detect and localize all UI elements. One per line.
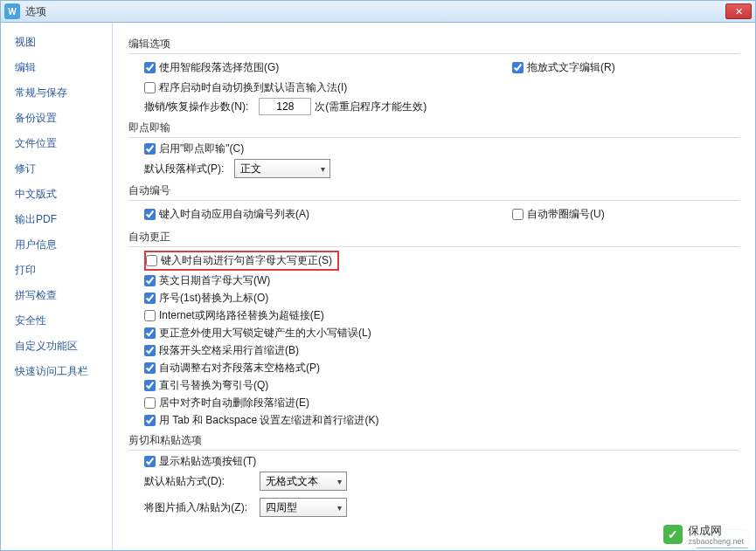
checkbox-capitalize-sentence[interactable] (146, 255, 157, 266)
dropdown-default-paste[interactable]: 无格式文本 (260, 472, 347, 491)
checkbox-center-indent[interactable] (144, 397, 156, 409)
checkbox-first-indent[interactable] (144, 345, 156, 356)
label-capitalize-sentence: 键入时自动进行句首字母大写更正(S) (161, 253, 332, 268)
dropdown-default-style[interactable]: 正文 (234, 159, 330, 178)
window-title: 选项 (25, 4, 725, 19)
label-show-paste-btn: 显示粘贴选项按钮(T) (159, 454, 256, 469)
sidebar-item-spell-check[interactable]: 拼写检查 (1, 283, 112, 308)
label-undo-steps: 撤销/恢复操作步数(N): (144, 100, 248, 114)
checkbox-caps-lock[interactable] (144, 327, 156, 339)
sidebar-item-view[interactable]: 视图 (1, 30, 112, 55)
app-icon: W (4, 3, 20, 19)
label-undo-suffix: 次(需重启程序才能生效) (315, 100, 427, 114)
checkbox-smart-paragraph[interactable] (144, 62, 156, 73)
label-default-paste: 默认粘贴方式(D): (144, 474, 249, 489)
label-caps-lock: 更正意外使用大写锁定键产生的大小写错误(L) (159, 326, 371, 341)
checkbox-show-paste-btn[interactable] (144, 456, 156, 467)
label-align-space: 自动调整右对齐段落末空格格式(P) (159, 361, 320, 375)
dropdown-image-paste-value: 四周型 (266, 500, 297, 515)
label-smart-paragraph: 使用智能段落选择范围(G) (159, 60, 279, 75)
watermark-name: 保成网 (688, 524, 722, 537)
label-first-indent: 段落开头空格采用行首缩进(B) (159, 343, 299, 358)
group-edit-options: 编辑选项 (128, 37, 739, 54)
checkbox-quotes[interactable] (144, 380, 156, 391)
checkbox-english-date[interactable] (144, 275, 156, 286)
checkbox-circle-number[interactable] (512, 209, 524, 220)
label-ime-switch: 程序启动时自动切换到默认语言输入法(I) (159, 80, 347, 95)
sidebar-item-general-save[interactable]: 常规与保存 (1, 80, 112, 106)
label-default-style: 默认段落样式(P): (144, 162, 224, 176)
label-drag-text: 拖放式文字编辑(R) (527, 60, 615, 75)
checkbox-drag-text[interactable] (512, 62, 524, 73)
sidebar-item-chinese-layout[interactable]: 中文版式 (1, 182, 112, 207)
label-auto-number-list: 键入时自动应用自动编号列表(A) (159, 207, 309, 222)
sidebar-item-revision[interactable]: 修订 (1, 156, 112, 182)
sidebar-item-customize-ribbon[interactable]: 自定义功能区 (1, 334, 112, 359)
watermark-url: zsbaocheng.net (688, 537, 744, 546)
dropdown-default-paste-value: 无格式文本 (266, 474, 318, 489)
checkbox-align-space[interactable] (144, 362, 156, 374)
highlight-box: 键入时自动进行句首字母大写更正(S) (144, 251, 339, 271)
close-button[interactable]: ✕ (725, 3, 752, 19)
sidebar-item-file-location[interactable]: 文件位置 (1, 131, 112, 156)
checkbox-tab-backspace[interactable] (144, 415, 156, 426)
dropdown-image-paste[interactable]: 四周型 (260, 498, 347, 517)
label-image-paste: 将图片插入/粘贴为(Z): (144, 500, 249, 515)
label-center-indent: 居中对齐时自动删除段落缩进(E) (159, 396, 309, 410)
label-quotes: 直引号替换为弯引号(Q) (159, 378, 268, 393)
content-pane: 编辑选项 使用智能段落选择范围(G) 拖放式文字编辑(R) 程序启动时自动切换到… (113, 23, 755, 550)
sidebar: 视图 编辑 常规与保存 备份设置 文件位置 修订 中文版式 输出PDF 用户信息… (1, 23, 113, 550)
input-undo-steps[interactable] (259, 98, 311, 115)
checkbox-ordinal[interactable] (144, 293, 156, 304)
label-enable-instant: 启用"即点即输"(C) (159, 141, 244, 156)
sidebar-item-quick-access[interactable]: 快速访问工具栏 (1, 359, 112, 384)
label-english-date: 英文日期首字母大写(W) (159, 273, 270, 288)
label-ordinal: 序号(1st)替换为上标(O) (159, 291, 268, 306)
group-instant-input: 即点即输 (128, 121, 739, 138)
sidebar-item-backup[interactable]: 备份设置 (1, 106, 112, 131)
sidebar-item-print[interactable]: 打印 (1, 258, 112, 283)
checkbox-ime-switch[interactable] (144, 82, 156, 93)
label-circle-number: 自动带圈编号(U) (527, 207, 605, 222)
sidebar-item-user-info[interactable]: 用户信息 (1, 232, 112, 258)
watermark-logo-icon: ✓ (663, 525, 683, 544)
checkbox-auto-number-list[interactable] (144, 209, 156, 220)
sidebar-item-security[interactable]: 安全性 (1, 308, 112, 334)
group-auto-number: 自动编号 (128, 183, 739, 201)
sidebar-item-output-pdf[interactable]: 输出PDF (1, 207, 112, 232)
group-cut-paste: 剪切和粘贴选项 (128, 433, 739, 451)
dropdown-default-style-value: 正文 (240, 162, 261, 176)
watermark: ✓ 保成网 zsbaocheng.net (658, 521, 749, 548)
checkbox-enable-instant[interactable] (144, 143, 156, 155)
group-auto-correct: 自动更正 (128, 230, 739, 247)
label-hyperlink: Internet或网络路径替换为超链接(E) (159, 308, 324, 323)
checkbox-hyperlink[interactable] (144, 310, 156, 321)
sidebar-item-edit[interactable]: 编辑 (1, 55, 112, 80)
label-tab-backspace: 用 Tab 和 Backspace 设置左缩进和首行缩进(K) (159, 413, 378, 428)
